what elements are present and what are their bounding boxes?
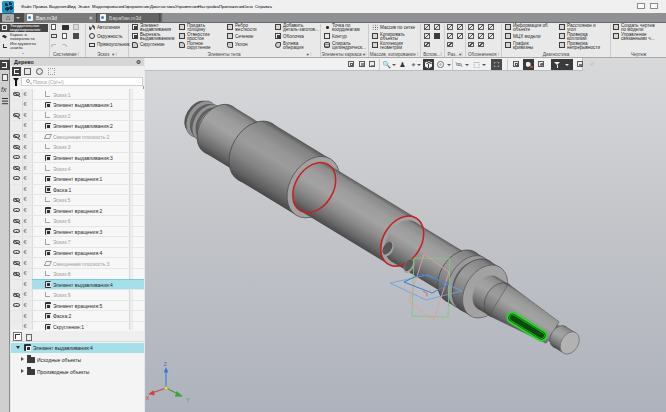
svg-text:Y: Y <box>186 397 190 403</box>
svg-text:X: X <box>146 395 150 401</box>
svg-text:Z: Z <box>164 361 168 367</box>
